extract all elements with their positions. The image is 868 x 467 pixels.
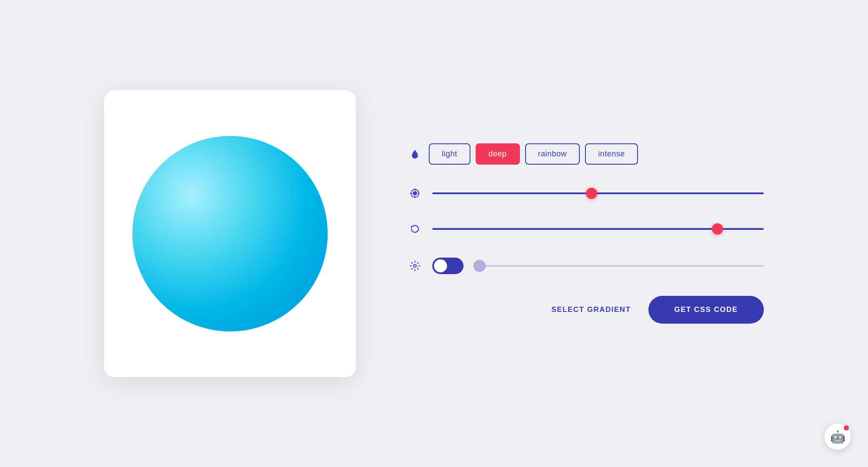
slider1-track-container[interactable] <box>432 192 764 195</box>
preview-card <box>104 90 356 377</box>
gradient-circle <box>132 136 328 331</box>
bottom-row: SELECT GRADIENT GET CSS CODE <box>408 296 764 324</box>
slider1-track <box>432 192 764 194</box>
chat-notification-dot <box>844 425 849 431</box>
mode-btn-intense[interactable]: intense <box>585 143 638 165</box>
mode-btn-light[interactable]: light <box>429 143 470 165</box>
mode-row: light deep rainbow intense <box>408 143 764 165</box>
slider2-thumb[interactable] <box>712 223 723 235</box>
slider2-row <box>408 222 764 236</box>
slider1-row <box>408 186 764 200</box>
toggle-switch[interactable] <box>432 258 464 274</box>
svg-point-0 <box>413 192 417 195</box>
get-css-button[interactable]: GET CSS CODE <box>648 296 764 324</box>
mode-buttons: light deep rainbow intense <box>429 143 638 165</box>
controls-panel: light deep rainbow intense <box>408 143 764 324</box>
select-gradient-label[interactable]: SELECT GRADIENT <box>551 305 631 314</box>
main-container: light deep rainbow intense <box>0 90 868 377</box>
mode-btn-rainbow[interactable]: rainbow <box>525 143 580 165</box>
saturation-icon <box>408 186 422 200</box>
drop-icon <box>408 147 422 161</box>
svg-point-2 <box>414 265 416 267</box>
chat-bubble[interactable]: 🤖 <box>825 424 851 450</box>
mode-btn-deep[interactable]: deep <box>476 143 520 165</box>
rotation-icon <box>408 222 422 236</box>
toggle-row <box>408 258 764 274</box>
chat-icon: 🤖 <box>830 430 845 444</box>
slider2-track-container[interactable] <box>432 228 764 230</box>
slider1-thumb[interactable] <box>586 188 597 199</box>
toggle-knob <box>434 259 447 272</box>
settings-icon <box>408 259 422 273</box>
